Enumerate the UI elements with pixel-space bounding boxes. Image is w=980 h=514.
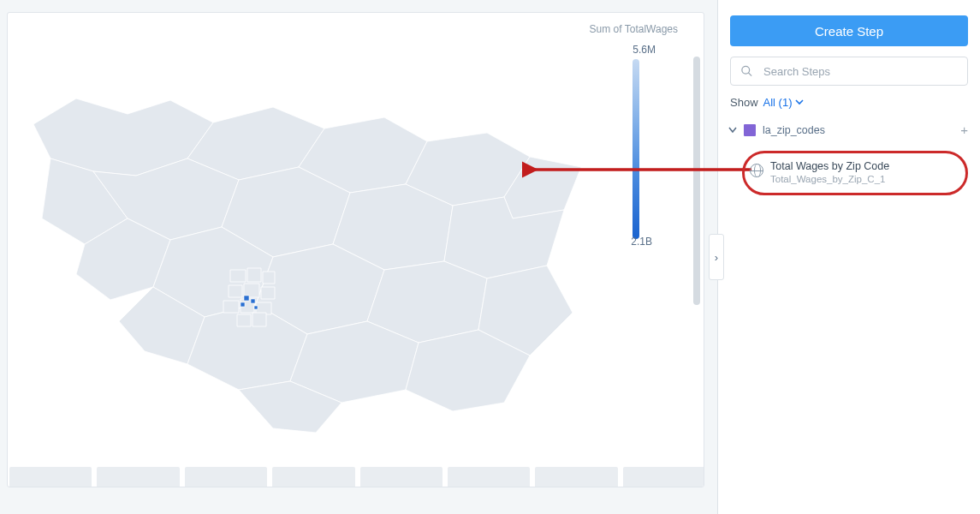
dataset-row[interactable]: la_zip_codes +: [728, 119, 968, 140]
globe-icon: [750, 164, 763, 177]
legend-max-label: 5.6M: [633, 44, 656, 56]
svg-rect-1: [251, 299, 255, 303]
bottom-slot-row: [9, 467, 704, 487]
show-filter-row: Show All (1): [730, 96, 968, 109]
legend-gradient: [633, 59, 639, 239]
legend-title: Sum of TotalWages: [590, 23, 678, 35]
svg-point-5: [742, 66, 750, 74]
create-step-button[interactable]: Create Step: [730, 15, 968, 46]
svg-line-6: [748, 73, 751, 76]
show-filter-dropdown[interactable]: All (1): [763, 96, 805, 109]
expand-panel-button[interactable]: ›: [709, 234, 724, 280]
chevron-down-icon: [795, 99, 804, 105]
show-label: Show: [730, 96, 758, 109]
search-icon: [740, 65, 753, 78]
dataset-name: la_zip_codes: [763, 124, 953, 136]
chevron-down-icon: [728, 127, 737, 134]
svg-rect-3: [254, 306, 258, 309]
steps-sidebar: Create Step Show All (1) la_zip_codes + …: [717, 0, 980, 514]
map-chart-panel[interactable]: Sum of TotalWages 5.6M 2.1B: [7, 12, 704, 487]
svg-rect-2: [241, 302, 245, 307]
svg-rect-0: [244, 296, 249, 301]
dataset-icon: [744, 124, 756, 136]
chevron-right-icon: ›: [715, 251, 718, 264]
choropleth-map[interactable]: [16, 47, 615, 458]
search-steps-field[interactable]: [730, 57, 968, 86]
step-title: Total Wages by Zip Code: [770, 160, 955, 172]
main-canvas-area: Sum of TotalWages 5.6M 2.1B: [0, 0, 717, 514]
add-step-icon[interactable]: +: [960, 123, 968, 137]
legend-min-label: 2.1B: [631, 236, 652, 248]
step-id: Total_Wages_by_Zip_C_1: [770, 174, 955, 184]
scrollbar-thumb[interactable]: [693, 57, 700, 305]
search-input[interactable]: [730, 57, 968, 86]
step-item[interactable]: Total Wages by Zip Code Total_Wages_by_Z…: [742, 151, 968, 195]
